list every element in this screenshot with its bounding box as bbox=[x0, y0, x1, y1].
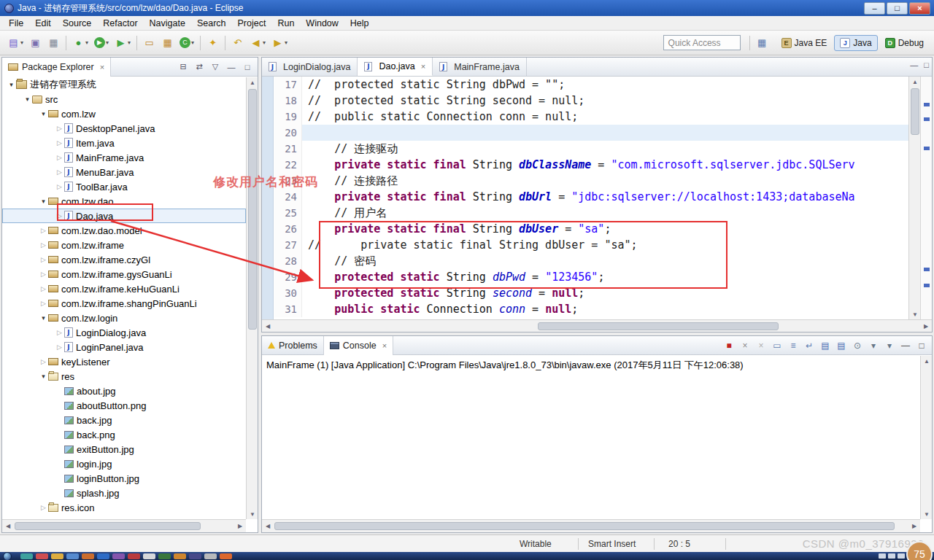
perspective-java[interactable]: JJava bbox=[834, 35, 877, 51]
menu-navigate[interactable]: Navigate bbox=[144, 17, 191, 30]
tree-item-item[interactable]: ▾进销存管理系统 bbox=[2, 77, 246, 92]
menu-edit[interactable]: Edit bbox=[29, 17, 57, 30]
taskbar-app-9[interactable] bbox=[143, 553, 155, 559]
editor-tab-logindialog-java[interactable]: JLoginDialog.java bbox=[262, 58, 358, 76]
scrollbar-thumb[interactable] bbox=[538, 322, 779, 330]
line-number[interactable]: 19 bbox=[274, 109, 302, 125]
package-explorer-tab[interactable]: Package Explorer × bbox=[2, 58, 111, 77]
line-number[interactable]: 25 bbox=[274, 205, 302, 221]
taskbar-app-6[interactable] bbox=[97, 553, 109, 559]
taskbar-app-2[interactable] bbox=[36, 553, 48, 559]
tree-item-splash-jpg[interactable]: splash.jpg bbox=[2, 486, 246, 500]
perspective-java-ee[interactable]: EJava EE bbox=[776, 35, 833, 51]
expander-icon[interactable]: ▷ bbox=[39, 271, 48, 278]
new-wizard-button[interactable]: ▤▾ bbox=[4, 34, 26, 52]
menu-window[interactable]: Window bbox=[300, 17, 344, 30]
expander-icon[interactable]: ▷ bbox=[55, 168, 64, 176]
maximize-view-icon[interactable]: □ bbox=[924, 61, 929, 69]
start-button[interactable] bbox=[3, 552, 12, 560]
tree-item-res-icon[interactable]: ▷res.icon bbox=[2, 500, 246, 515]
tree-item-back-jpg[interactable]: back.jpg bbox=[2, 413, 246, 427]
window-minimize-button[interactable]: – bbox=[864, 2, 885, 15]
console-vertical-scrollbar[interactable]: ▲ ▼ bbox=[920, 356, 932, 519]
overview-mark[interactable] bbox=[924, 147, 930, 150]
line-number[interactable]: 31 bbox=[274, 301, 302, 317]
scroll-left-icon[interactable]: ◀ bbox=[2, 521, 14, 531]
scroll-right-icon[interactable]: ▶ bbox=[234, 521, 246, 531]
window-maximize-button[interactable]: □ bbox=[887, 2, 908, 15]
link-with-editor-button[interactable]: ⇄ bbox=[193, 62, 205, 71]
overview-mark[interactable] bbox=[924, 103, 930, 106]
expander-icon[interactable]: ▷ bbox=[55, 154, 64, 161]
print-button[interactable]: ▦ bbox=[45, 34, 63, 52]
open-console-button[interactable]: ▾ bbox=[884, 341, 895, 351]
tree-item-com-lzw-iframe-gysguanli[interactable]: ▷com.lzw.iframe.gysGuanLi bbox=[2, 267, 246, 281]
tree-item-dao-java[interactable]: ▷JDao.java bbox=[2, 209, 246, 223]
tree-item-com-lzw-dao-model[interactable]: ▷com.lzw.dao.model bbox=[2, 223, 246, 238]
scroll-right-icon[interactable]: ▶ bbox=[920, 321, 932, 331]
overview-mark[interactable] bbox=[924, 268, 930, 271]
search-button[interactable]: ✦ bbox=[204, 34, 222, 52]
tree-item-src[interactable]: ▾src bbox=[2, 92, 246, 106]
tree-item-about-jpg[interactable]: about.jpg bbox=[2, 384, 246, 398]
expander-icon[interactable]: ▷ bbox=[55, 212, 64, 219]
scroll-left-icon[interactable]: ◀ bbox=[262, 521, 274, 531]
tree-item-exitbutton-jpg[interactable]: exitButton.jpg bbox=[2, 442, 246, 456]
menu-help[interactable]: Help bbox=[344, 17, 375, 30]
close-icon[interactable]: × bbox=[421, 62, 425, 71]
line-number[interactable]: 20 bbox=[274, 125, 302, 141]
console-horizontal-scrollbar[interactable]: ◀ ▶ bbox=[262, 519, 920, 532]
expander-icon[interactable]: ▾ bbox=[39, 198, 48, 205]
new-package-button[interactable]: ▦ bbox=[158, 34, 177, 52]
tree-item-mainframe-java[interactable]: ▷JMainFrame.java bbox=[2, 150, 246, 165]
view-menu-button[interactable]: ▽ bbox=[209, 62, 221, 71]
overview-mark[interactable] bbox=[924, 284, 930, 287]
remove-launch-button[interactable]: × bbox=[739, 341, 751, 351]
annotation-ruler[interactable] bbox=[262, 77, 274, 319]
display-console-button[interactable]: ▾ bbox=[868, 341, 879, 351]
line-number[interactable]: 22 bbox=[274, 157, 302, 173]
expander-icon[interactable]: ▾ bbox=[23, 96, 32, 103]
expander-icon[interactable]: ▾ bbox=[39, 373, 48, 380]
line-number[interactable]: 30 bbox=[274, 285, 302, 301]
maximize-view-button[interactable]: □ bbox=[242, 63, 253, 71]
tree-item-com-lzw-iframe-czygl[interactable]: ▷com.lzw.iframe.czyGl bbox=[2, 252, 246, 267]
minimize-view-icon[interactable]: — bbox=[910, 61, 918, 69]
expander-icon[interactable]: ▷ bbox=[39, 227, 48, 234]
menu-run[interactable]: Run bbox=[271, 17, 300, 30]
scroll-left-icon[interactable]: ◀ bbox=[262, 321, 274, 331]
line-number[interactable]: 26 bbox=[274, 221, 302, 237]
expander-icon[interactable]: ▷ bbox=[39, 358, 48, 365]
tree-item-com-lzw-iframe-kehuguanli[interactable]: ▷com.lzw.iframe.keHuGuanLi bbox=[2, 281, 246, 296]
scroll-lock-button[interactable]: ≡ bbox=[787, 341, 799, 351]
tree-horizontal-scrollbar[interactable]: ◀ ▶ bbox=[2, 519, 246, 532]
console-output[interactable]: MainFrame (1) [Java Application] C:\Prog… bbox=[265, 356, 919, 375]
editor-horizontal-scrollbar[interactable]: ◀ ▶ bbox=[262, 319, 932, 332]
code-editor[interactable]: 17// protected static String dbPwd = "";… bbox=[262, 77, 932, 319]
tree-item-login-jpg[interactable]: login.jpg bbox=[2, 456, 246, 471]
menu-source[interactable]: Source bbox=[57, 17, 98, 30]
line-number[interactable]: 17 bbox=[274, 77, 302, 93]
expander-icon[interactable]: ▷ bbox=[55, 125, 64, 132]
expander-icon[interactable]: ▷ bbox=[39, 300, 48, 307]
scrollbar-thumb[interactable] bbox=[248, 89, 257, 330]
debug-button[interactable]: ●▾ bbox=[69, 34, 91, 52]
line-number[interactable]: 18 bbox=[274, 93, 302, 109]
line-number[interactable]: 27 bbox=[274, 237, 302, 253]
menu-search[interactable]: Search bbox=[191, 17, 232, 30]
scrollbar-thumb[interactable] bbox=[15, 522, 201, 530]
terminate-button[interactable]: ■ bbox=[723, 341, 735, 351]
taskbar-app-8[interactable] bbox=[128, 553, 140, 559]
scroll-up-icon[interactable]: ▲ bbox=[921, 356, 933, 366]
run-button[interactable]: ▶▾ bbox=[91, 34, 112, 52]
scroll-down-icon[interactable]: ▼ bbox=[247, 509, 258, 519]
overview-ruler[interactable] bbox=[920, 77, 932, 319]
taskbar-app-14[interactable] bbox=[220, 553, 232, 559]
overview-mark[interactable] bbox=[924, 117, 930, 121]
expander-icon[interactable]: ▷ bbox=[55, 183, 64, 190]
forward-button[interactable]: ▶▾ bbox=[269, 34, 290, 52]
expander-icon[interactable]: ▾ bbox=[39, 314, 48, 322]
word-wrap-button[interactable]: ↵ bbox=[803, 341, 815, 351]
quick-access-input[interactable]: Quick Access bbox=[663, 35, 741, 50]
minimize-view-button[interactable]: — bbox=[900, 341, 911, 351]
